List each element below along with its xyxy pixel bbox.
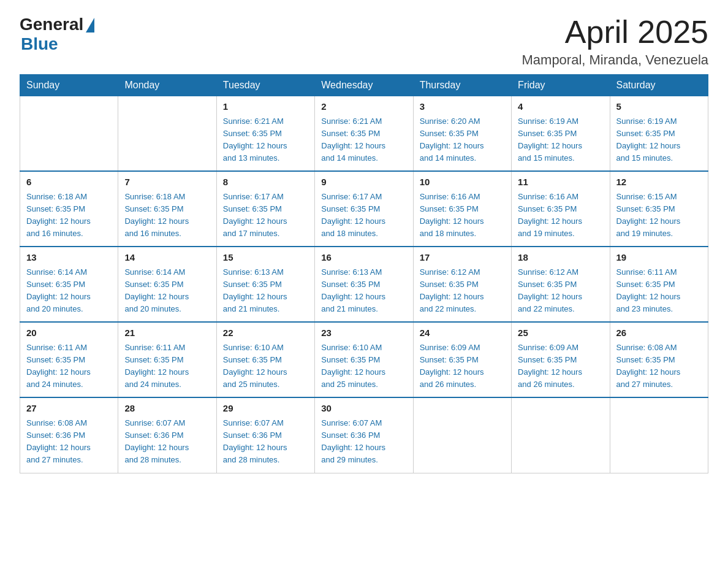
calendar-header-sunday: Sunday (20, 75, 118, 96)
day-info: Sunrise: 6:08 AMSunset: 6:35 PMDaylight:… (616, 342, 702, 391)
calendar-header-row: SundayMondayTuesdayWednesdayThursdayFrid… (20, 75, 708, 96)
day-info: Sunrise: 6:11 AMSunset: 6:35 PMDaylight:… (26, 342, 112, 391)
calendar-header-friday: Friday (512, 75, 610, 96)
day-info: Sunrise: 6:11 AMSunset: 6:35 PMDaylight:… (616, 266, 702, 316)
calendar-header-wednesday: Wednesday (315, 75, 413, 96)
day-number: 8 (223, 175, 308, 190)
location-title: Mamporal, Miranda, Venezuela (522, 52, 709, 68)
calendar-cell: 15Sunrise: 6:13 AMSunset: 6:35 PMDayligh… (216, 247, 314, 322)
calendar-week-row-5: 27Sunrise: 6:08 AMSunset: 6:36 PMDayligh… (20, 397, 708, 473)
logo-general-text: General (20, 15, 83, 34)
calendar-cell (413, 397, 511, 473)
calendar-header-thursday: Thursday (413, 75, 511, 96)
calendar-header-monday: Monday (118, 75, 216, 96)
day-number: 19 (616, 251, 702, 265)
calendar-cell: 21Sunrise: 6:11 AMSunset: 6:35 PMDayligh… (118, 322, 216, 397)
day-number: 27 (26, 402, 112, 416)
calendar-cell: 11Sunrise: 6:16 AMSunset: 6:35 PMDayligh… (512, 171, 610, 247)
day-number: 15 (223, 251, 308, 265)
calendar-week-row-4: 20Sunrise: 6:11 AMSunset: 6:35 PMDayligh… (20, 322, 708, 397)
day-info: Sunrise: 6:13 AMSunset: 6:35 PMDaylight:… (223, 266, 308, 316)
day-info: Sunrise: 6:16 AMSunset: 6:35 PMDaylight:… (420, 191, 505, 240)
day-number: 26 (616, 326, 702, 340)
day-info: Sunrise: 6:21 AMSunset: 6:35 PMDaylight:… (223, 115, 308, 165)
calendar-cell (610, 397, 708, 473)
calendar-week-row-1: 1Sunrise: 6:21 AMSunset: 6:35 PMDaylight… (20, 96, 708, 172)
logo-blue-text: Blue (21, 34, 58, 54)
day-info: Sunrise: 6:16 AMSunset: 6:35 PMDaylight:… (518, 191, 603, 240)
day-number: 16 (321, 251, 406, 265)
day-info: Sunrise: 6:10 AMSunset: 6:35 PMDaylight:… (223, 342, 308, 391)
calendar-cell: 28Sunrise: 6:07 AMSunset: 6:36 PMDayligh… (118, 397, 216, 473)
calendar-cell: 25Sunrise: 6:09 AMSunset: 6:35 PMDayligh… (512, 322, 610, 397)
day-number: 22 (223, 326, 308, 340)
day-info: Sunrise: 6:18 AMSunset: 6:35 PMDaylight:… (26, 191, 112, 240)
calendar-cell: 10Sunrise: 6:16 AMSunset: 6:35 PMDayligh… (413, 171, 511, 247)
day-number: 23 (321, 326, 406, 340)
day-number: 11 (518, 175, 603, 190)
day-info: Sunrise: 6:18 AMSunset: 6:35 PMDaylight:… (124, 191, 210, 240)
day-info: Sunrise: 6:09 AMSunset: 6:35 PMDaylight:… (420, 342, 505, 391)
calendar-table: SundayMondayTuesdayWednesdayThursdayFrid… (20, 74, 708, 473)
day-info: Sunrise: 6:17 AMSunset: 6:35 PMDaylight:… (321, 191, 406, 240)
calendar-cell: 1Sunrise: 6:21 AMSunset: 6:35 PMDaylight… (216, 96, 314, 172)
day-info: Sunrise: 6:19 AMSunset: 6:35 PMDaylight:… (616, 115, 702, 165)
calendar-cell: 2Sunrise: 6:21 AMSunset: 6:35 PMDaylight… (315, 96, 413, 172)
day-number: 28 (124, 402, 210, 416)
day-number: 3 (420, 100, 505, 114)
calendar-cell: 12Sunrise: 6:15 AMSunset: 6:35 PMDayligh… (610, 171, 708, 247)
day-info: Sunrise: 6:09 AMSunset: 6:35 PMDaylight:… (518, 342, 603, 391)
day-info: Sunrise: 6:15 AMSunset: 6:35 PMDaylight:… (616, 191, 702, 240)
day-number: 14 (124, 251, 210, 265)
calendar-cell: 4Sunrise: 6:19 AMSunset: 6:35 PMDaylight… (512, 96, 610, 172)
logo: General Blue (20, 15, 94, 54)
day-number: 10 (420, 175, 505, 190)
calendar-cell (20, 96, 118, 172)
calendar-cell (118, 96, 216, 172)
day-number: 4 (518, 100, 603, 114)
month-title: April 2025 (522, 15, 709, 50)
title-block: April 2025 Mamporal, Miranda, Venezuela (522, 15, 709, 68)
day-info: Sunrise: 6:07 AMSunset: 6:36 PMDaylight:… (321, 417, 406, 467)
calendar-week-row-2: 6Sunrise: 6:18 AMSunset: 6:35 PMDaylight… (20, 171, 708, 247)
day-info: Sunrise: 6:10 AMSunset: 6:35 PMDaylight:… (321, 342, 406, 391)
calendar-cell: 26Sunrise: 6:08 AMSunset: 6:35 PMDayligh… (610, 322, 708, 397)
calendar-cell: 14Sunrise: 6:14 AMSunset: 6:35 PMDayligh… (118, 247, 216, 322)
calendar-cell: 8Sunrise: 6:17 AMSunset: 6:35 PMDaylight… (216, 171, 314, 247)
calendar-cell: 20Sunrise: 6:11 AMSunset: 6:35 PMDayligh… (20, 322, 118, 397)
calendar-cell: 24Sunrise: 6:09 AMSunset: 6:35 PMDayligh… (413, 322, 511, 397)
calendar-header-saturday: Saturday (610, 75, 708, 96)
day-info: Sunrise: 6:12 AMSunset: 6:35 PMDaylight:… (420, 266, 505, 316)
calendar-cell: 18Sunrise: 6:12 AMSunset: 6:35 PMDayligh… (512, 247, 610, 322)
page-header: General Blue April 2025 Mamporal, Mirand… (20, 15, 708, 68)
day-number: 24 (420, 326, 505, 340)
day-number: 21 (124, 326, 210, 340)
day-number: 17 (420, 251, 505, 265)
day-info: Sunrise: 6:19 AMSunset: 6:35 PMDaylight:… (518, 115, 603, 165)
day-number: 20 (26, 326, 112, 340)
calendar-cell: 6Sunrise: 6:18 AMSunset: 6:35 PMDaylight… (20, 171, 118, 247)
calendar-cell: 16Sunrise: 6:13 AMSunset: 6:35 PMDayligh… (315, 247, 413, 322)
day-number: 18 (518, 251, 603, 265)
calendar-cell: 17Sunrise: 6:12 AMSunset: 6:35 PMDayligh… (413, 247, 511, 322)
day-info: Sunrise: 6:07 AMSunset: 6:36 PMDaylight:… (124, 417, 210, 467)
calendar-cell: 29Sunrise: 6:07 AMSunset: 6:36 PMDayligh… (216, 397, 314, 473)
calendar-cell (512, 397, 610, 473)
day-info: Sunrise: 6:13 AMSunset: 6:35 PMDaylight:… (321, 266, 406, 316)
calendar-cell: 9Sunrise: 6:17 AMSunset: 6:35 PMDaylight… (315, 171, 413, 247)
calendar-cell: 13Sunrise: 6:14 AMSunset: 6:35 PMDayligh… (20, 247, 118, 322)
day-info: Sunrise: 6:11 AMSunset: 6:35 PMDaylight:… (124, 342, 210, 391)
day-info: Sunrise: 6:14 AMSunset: 6:35 PMDaylight:… (26, 266, 112, 316)
day-number: 29 (223, 402, 308, 416)
calendar-week-row-3: 13Sunrise: 6:14 AMSunset: 6:35 PMDayligh… (20, 247, 708, 322)
day-info: Sunrise: 6:20 AMSunset: 6:35 PMDaylight:… (420, 115, 505, 165)
calendar-cell: 23Sunrise: 6:10 AMSunset: 6:35 PMDayligh… (315, 322, 413, 397)
day-number: 9 (321, 175, 406, 190)
day-number: 13 (26, 251, 112, 265)
day-info: Sunrise: 6:14 AMSunset: 6:35 PMDaylight:… (124, 266, 210, 316)
calendar-cell: 27Sunrise: 6:08 AMSunset: 6:36 PMDayligh… (20, 397, 118, 473)
day-info: Sunrise: 6:12 AMSunset: 6:35 PMDaylight:… (518, 266, 603, 316)
day-number: 2 (321, 100, 406, 114)
day-number: 5 (616, 100, 702, 114)
day-number: 12 (616, 175, 702, 190)
